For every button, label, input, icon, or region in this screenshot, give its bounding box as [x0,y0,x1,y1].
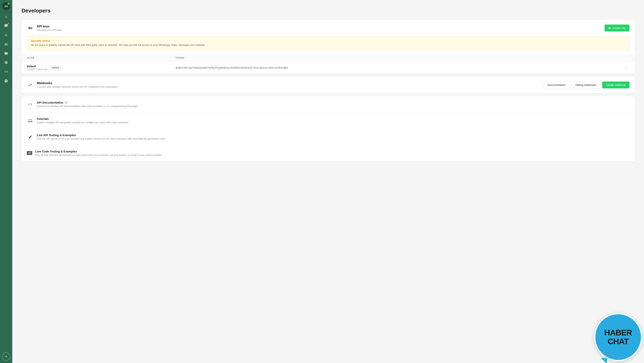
live-api-testing-text: Live API Testing & Examples Test the API… [37,133,166,140]
page-title: Developers [22,8,635,14]
webhooks-header: Webhooks Connect and manage webhook even… [22,77,635,93]
live-code-testing-icon: JS [27,151,32,155]
other-sections-card: API Documentation Explore the detailed A… [22,96,635,161]
api-keys-header: API keys Manage your API keys Create key [22,20,635,36]
live-api-testing-item[interactable]: Live API Testing & Examples Test the API… [22,129,635,145]
sidebar-item-developers[interactable] [2,68,10,76]
sidebar-item-files[interactable] [2,49,10,58]
sidebar-item-home[interactable]: ⌂ [2,12,10,21]
security-notice-title: Security notice [31,39,626,42]
documentation-button[interactable]: Documentation [544,81,570,89]
api-keys-card: API keys Manage your API keys Create key… [22,20,635,74]
api-key-icon [27,25,34,32]
live-code-testing-item[interactable]: JS Live Code Testing & Examples Play dir… [22,145,635,161]
sidebar-item-help[interactable] [2,77,10,85]
live-code-testing-title: Live Code Testing & Examples [35,150,162,153]
actions-cell: ⋮ [578,62,635,74]
alias-badge: default [50,66,61,70]
sidebar: SU ⌂ + [0,0,12,363]
main-content: Developers API keys Manage your API keys… [12,0,644,363]
api-keys-title: API keys [37,25,62,28]
alias-name: Default [27,65,48,68]
tutorials-title: Tutorials [37,117,129,120]
user-avatar[interactable]: SU [2,2,10,10]
webhooks-actions: Documentation Debug webhooks Create webh… [544,81,630,89]
create-key-label: Create key [612,27,626,30]
live-code-testing-text: Live Code Testing & Examples Play direct… [35,150,162,156]
col-token: TOKEN [170,54,578,62]
sidebar-item-contacts[interactable] [2,40,10,48]
api-keys-subtitle: Manage your API keys [37,29,62,32]
webhooks-icon [27,82,34,88]
alias-cell: Default Created 2 years ago default [22,62,170,74]
live-api-testing-icon [27,133,34,140]
api-documentation-text: API Documentation Explore the detailed A… [37,101,139,108]
live-code-testing-subtitle: Play directly with the JavaScript live c… [35,154,162,156]
api-keys-table: ALIAS TOKEN Default Created 2 years ago … [22,54,635,74]
api-keys-header-left: API keys Manage your API keys [27,25,62,32]
table-row: Default Created 2 years ago default 8585… [22,62,635,74]
webhooks-header-left: Webhooks Connect and manage webhook even… [27,82,118,88]
create-key-button[interactable]: Create key [604,25,630,32]
webhooks-card: Webhooks Connect and manage webhook even… [22,77,635,93]
tutorials-subtitle: Explore multiple API integration tutoria… [37,121,129,124]
webhooks-subtitle: Connect and manage webhook events for AP… [37,85,118,88]
alias-created: Created 2 years ago [27,68,48,71]
api-documentation-title: API Documentation [37,101,139,104]
tutorials-item[interactable]: Tutorials Explore multiple API integrati… [22,113,635,129]
webhooks-title: Webhooks [37,82,118,85]
api-keys-title-group: API keys Manage your API keys [37,25,62,32]
live-api-testing-subtitle: Test the API directly from your browser … [37,137,166,140]
col-alias: ALIAS [22,54,170,62]
create-webhook-button[interactable]: Create webhook [602,82,630,88]
token-value: 85852707caef19a52ab9ef970w7hyq05025y2550… [176,66,288,69]
sidebar-item-settings[interactable] [2,58,10,67]
tutorials-icon [27,117,34,124]
token-cell: 85852707caef19a52ab9ef970w7hyq05025y2550… [170,62,578,74]
api-documentation-icon [27,101,34,108]
security-notice: Security notice Do not share or publicly… [27,36,630,50]
sidebar-item-reports[interactable] [2,31,10,39]
security-notice-message: Do not share or publicly expose the API … [31,43,626,47]
debug-webhooks-button[interactable]: Debug webhooks [572,81,600,89]
col-actions [578,54,635,62]
api-documentation-subtitle: Explore the detailed API documentation w… [37,105,139,108]
row-more-menu[interactable]: ⋮ [623,65,630,71]
webhooks-title-group: Webhooks Connect and manage webhook even… [37,82,118,88]
tutorials-text: Tutorials Explore multiple API integrati… [37,117,129,124]
api-documentation-item[interactable]: API Documentation Explore the detailed A… [22,96,635,113]
sidebar-item-chat[interactable] [2,22,10,30]
add-button[interactable]: + [2,352,10,361]
live-api-testing-title: Live API Testing & Examples [37,133,166,137]
